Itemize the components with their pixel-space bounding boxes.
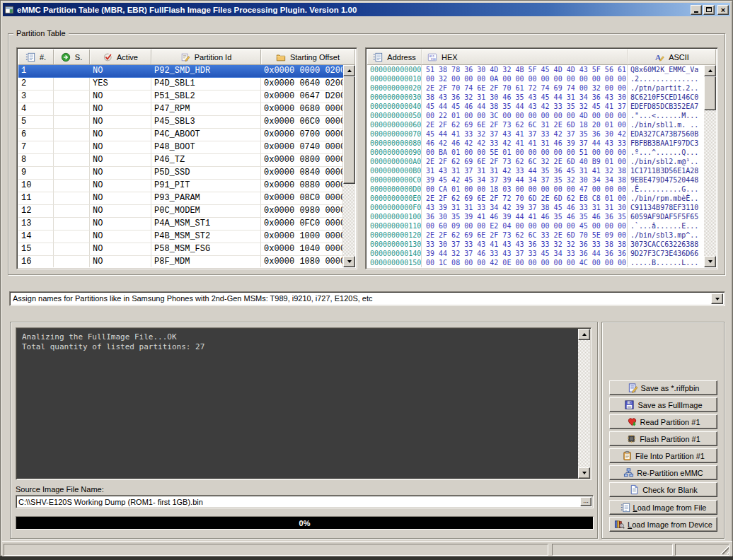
minimize-button[interactable] [691, 5, 702, 15]
hex-row[interactable]: 00000000005000 22 01 00 00 3C 00 00 00 0… [367, 111, 704, 120]
partition-row[interactable]: 11NOP93_PARAM0x0000 08C0 0000 [18, 192, 343, 205]
source-file-input[interactable]: C:\\SHV-E120S Working Dump (ROM1- first … [16, 495, 594, 508]
hex-row[interactable]: 00000000011000 60 09 00 00 E2 04 00 00 0… [367, 221, 704, 231]
cell-num: 4 [18, 103, 54, 115]
scroll-thumb[interactable] [343, 76, 355, 184]
maximize-button[interactable] [703, 5, 715, 15]
check-for-blank-button[interactable]: Check for Blank [609, 482, 717, 497]
column-header-starting-offset[interactable]: Starting Offset [261, 49, 355, 65]
hex-row[interactable]: 00000000010036 30 35 39 41 46 39 44 41 4… [367, 212, 704, 221]
hex-row[interactable]: 0000000000C039 45 42 45 34 37 39 44 34 3… [367, 175, 704, 185]
column-header-col[interactable]: #. [18, 49, 54, 65]
partition-table-scrollbar[interactable] [343, 65, 355, 267]
cell-offset: 0x0000 1000 0000 [261, 231, 343, 243]
hex-row[interactable]: 0000000000A02E 2F 62 69 6E 2F 73 62 6C 3… [367, 157, 704, 166]
hex-row[interactable]: 0000000000E02E 2F 62 69 6E 2F 72 70 6D 2… [367, 194, 704, 203]
cell-s [54, 116, 90, 128]
partition-row[interactable]: 12NOP0C_MODEM0x0000 0980 0000 [18, 205, 343, 218]
hex-ascii: .º...^......Q... [628, 148, 704, 157]
column-header-active[interactable]: Active [90, 49, 151, 65]
hex-row[interactable]: 00000000013033 30 37 33 43 41 43 43 36 3… [367, 240, 704, 249]
partition-row[interactable]: 7NOP48_BOOT0x0000 0740 0000 [18, 141, 343, 154]
combo-dropdown-button[interactable] [711, 293, 723, 304]
column-header-hex[interactable]: 011110HEX [422, 49, 628, 65]
triangle-up-icon [708, 69, 712, 72]
scroll-down-button[interactable] [343, 256, 355, 267]
log-console[interactable]: Analizing the FullImage File...OKTotal q… [16, 327, 591, 480]
column-header-label: Address [387, 53, 415, 62]
cell-active: NO [90, 192, 151, 204]
partition-row[interactable]: 13NOP4A_MSM_ST10x0000 0FC0 0000 [18, 218, 343, 231]
cell-s [54, 256, 90, 267]
list-doc-icon [621, 503, 630, 513]
column-header-ascii[interactable]: AASCII [628, 49, 716, 65]
partition-row[interactable]: 15NOP58_MSM_FSG0x0000 1040 0000 [18, 243, 343, 256]
scroll-up-button[interactable] [578, 329, 590, 340]
hex-row[interactable]: 00000000009000 BA 01 00 00 5E 01 00 00 0… [367, 148, 704, 157]
hex-row[interactable]: 00000000007045 44 41 33 32 37 43 41 37 3… [367, 129, 704, 139]
hex-row[interactable]: 00000000003038 43 36 32 31 30 46 35 43 4… [367, 93, 704, 102]
partition-row[interactable]: 14NOP4B_MSM_ST20x0000 1000 0000 [18, 231, 343, 243]
column-header-partition-id[interactable]: Partition Id [151, 49, 261, 65]
re-partition-emmc-button[interactable]: Re-Partition eMMC [609, 465, 717, 480]
hex-row[interactable]: 0000000000202E 2F 70 74 6E 2F 70 61 72 7… [367, 83, 704, 93]
file-into-partition-1-button[interactable]: File Into Partition #1 [609, 448, 717, 463]
load-image-from-device-button[interactable]: Load Image from Device [609, 517, 717, 532]
hex-ascii: FBFBB3BAA1F97DC3 [628, 139, 704, 148]
title-bar[interactable]: eMMC Partition Table (MBR, EBR) FullFlas… [3, 3, 730, 16]
partition-row[interactable]: 5NOP45_SBL30x0000 06C0 0000 [18, 116, 343, 129]
scroll-track[interactable] [578, 340, 590, 467]
hex-bytes: 33 30 37 33 43 41 43 43 36 33 32 32 36 3… [422, 240, 628, 249]
log-console-scrollbar[interactable] [578, 329, 590, 479]
partition-row[interactable]: 4NOP47_RPM0x0000 0680 0000 [18, 103, 343, 116]
partition-row[interactable]: 8NOP46_TZ0x0000 0800 0000 [18, 154, 343, 167]
partition-row[interactable]: 10NOP91_PIT0x0000 0880 0000 [18, 180, 343, 192]
hex-row[interactable]: 00000000014039 44 32 37 46 33 43 37 33 4… [367, 249, 704, 258]
partition-row[interactable]: 3NOP51_SBL20x0000 0647 D200 [18, 91, 343, 103]
read-partition-1-button[interactable]: Read Partition #1 [609, 414, 717, 429]
cell-s [54, 180, 90, 192]
hex-row[interactable]: 00000000008046 42 46 42 42 33 42 41 41 3… [367, 139, 704, 148]
hex-bytes: 31 43 31 37 31 31 42 33 44 35 36 45 31 4… [422, 166, 628, 175]
cell-partition-id: P46_TZ [151, 154, 261, 166]
hex-row[interactable]: 00000000001000 32 00 00 00 0A 00 00 00 0… [367, 74, 704, 83]
cell-offset: 0x0000 0800 0000 [261, 154, 343, 166]
cell-num: 7 [18, 141, 54, 153]
cell-active: NO [90, 141, 151, 153]
save-as-fullimage-button[interactable]: Save as FullImage [609, 397, 717, 412]
preset-combobox[interactable]: Assign names for Partitions like in Sams… [9, 291, 725, 306]
scroll-thumb[interactable] [704, 76, 716, 110]
hex-row[interactable]: 00000000015000 1C 08 00 00 42 0E 00 00 0… [367, 258, 704, 267]
column-header-address[interactable]: Address [367, 49, 422, 65]
flash-partition-1-button[interactable]: Flash Partition #1 [609, 431, 717, 446]
partition-row[interactable]: 1NOP92_SMD_HDR0x0000 0000 0200 [18, 65, 343, 78]
scroll-down-button[interactable] [704, 256, 716, 267]
browse-button[interactable]: ... [580, 497, 591, 506]
scroll-up-button[interactable] [343, 65, 355, 76]
column-header-s[interactable]: S. [54, 49, 90, 65]
hex-row[interactable]: 0000000000602E 2F 62 69 6E 2F 73 62 6C 3… [367, 120, 704, 129]
close-button[interactable]: × [717, 5, 729, 15]
partition-row[interactable]: 9NOP5D_SSD0x0000 0840 0000 [18, 167, 343, 180]
partition-row[interactable]: 16NOP8F_MDM0x0000 1080 0000 [18, 256, 343, 267]
scroll-up-button[interactable] [704, 65, 716, 76]
scroll-down-button[interactable] [578, 467, 590, 479]
hex-row[interactable]: 0000000000F043 39 31 31 33 34 42 39 37 3… [367, 203, 704, 212]
hex-row[interactable]: 00000000004045 44 45 46 44 38 35 44 43 4… [367, 102, 704, 111]
hex-row[interactable]: 0000000000B031 43 31 37 31 31 42 33 44 3… [367, 166, 704, 175]
check-icon [103, 52, 112, 62]
hex-row[interactable]: 00000000000051 38 78 36 30 4D 32 4B 5F 4… [367, 65, 704, 74]
hex-ascii: Q8x60M2K_EMMC_Va [628, 65, 704, 74]
cell-active: NO [90, 91, 151, 103]
scroll-track[interactable] [704, 76, 716, 256]
hex-row[interactable]: 0000000001202E 2F 62 69 6E 2F 73 62 6C 3… [367, 231, 704, 240]
scroll-track[interactable] [343, 76, 355, 256]
hex-viewer-scrollbar[interactable] [704, 65, 716, 267]
load-image-from-file-button[interactable]: Load Image from File [609, 500, 717, 515]
hex-bytes: 00 32 00 00 00 0A 00 00 00 00 00 00 00 0… [422, 74, 628, 83]
hex-row[interactable]: 0000000000D000 CA 01 00 00 18 03 00 00 0… [367, 185, 704, 194]
cell-num: 8 [18, 154, 54, 166]
partition-row[interactable]: 2YESP4D_SBL10x0000 0640 0200 [18, 78, 343, 91]
save-as-riffpbin-button[interactable]: Save as *.riffpbin [609, 380, 717, 395]
partition-row[interactable]: 6NOP4C_ABOOT0x0000 0700 0000 [18, 129, 343, 141]
